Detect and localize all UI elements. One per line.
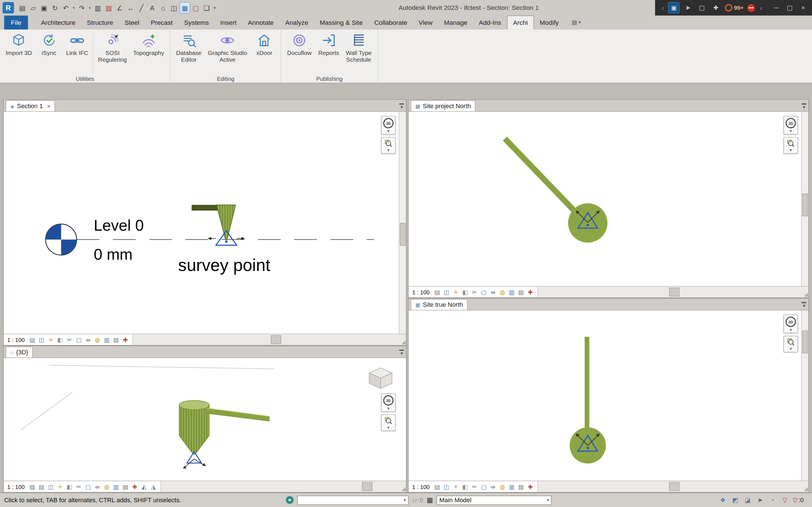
shadows-icon[interactable]: ◧ [66, 483, 73, 491]
sun-path-icon[interactable]: ☀ [47, 335, 55, 344]
status-combobox[interactable]: ▾ [297, 496, 409, 505]
horizontal-scroll-thumb[interactable] [669, 288, 679, 296]
selection-filter-icon[interactable]: ▽ [780, 496, 790, 505]
press-drag-icon[interactable]: ➤ [755, 496, 765, 505]
analysis-display-icon[interactable]: ◮ [149, 483, 157, 491]
show-crop-region-icon[interactable]: ▢ [84, 483, 92, 491]
ribbon-tab[interactable]: Architecture [35, 15, 81, 30]
vertical-scrollbar[interactable] [399, 112, 406, 334]
ribbon-tab[interactable]: Massing & Site [314, 15, 368, 30]
horizontal-scrollbar[interactable] [538, 481, 800, 492]
ribbon-tab[interactable]: Manage [439, 15, 473, 30]
tab-site-project-north[interactable]: ▦ Site project North [411, 100, 476, 111]
show-crop-region-icon[interactable]: ▢ [480, 483, 488, 491]
graphic-studio-button[interactable]: Graphic Studio Active [205, 32, 250, 64]
aligned-dimension-icon[interactable]: ↔ [125, 2, 136, 13]
temporary-hide-isolate-icon[interactable]: ∞ [94, 483, 101, 491]
steering-wheel-icon[interactable]: 2D [785, 317, 796, 327]
overlay-chevron-icon[interactable]: ‹ [759, 2, 764, 13]
tab-section-1[interactable]: ◈ Section 1 × [6, 100, 55, 111]
wheel-options-caret[interactable]: ▾ [388, 129, 389, 133]
horizontal-scroll-thumb[interactable] [669, 482, 679, 491]
survey-point-label[interactable]: survey point [178, 256, 270, 275]
ribbon-tab[interactable]: Modify [534, 15, 564, 30]
horizontal-scrollbar[interactable] [538, 287, 800, 298]
xdoor-button[interactable]: xDoor [250, 32, 278, 57]
zoom-icon[interactable] [786, 139, 795, 147]
crop-view-icon[interactable]: ✂ [66, 335, 73, 344]
visual-style-icon[interactable]: ◫ [47, 483, 55, 491]
close-hidden-windows-icon[interactable]: ▢ [191, 2, 201, 13]
reveal-constraints-icon[interactable]: ✚ [526, 288, 534, 296]
reveal-constraints-icon[interactable]: ✚ [131, 483, 139, 491]
wall-type-schedule-button[interactable]: Wall Type Schedule [343, 32, 375, 64]
file-tab[interactable]: File [4, 15, 28, 30]
vertical-scrollbar[interactable] [801, 311, 808, 481]
survey-cone-3d[interactable] [179, 400, 209, 454]
unlocked-3d-view-icon[interactable]: ◭ [140, 483, 148, 491]
ribbon-tab[interactable]: View [413, 15, 439, 30]
editing-requests-indicator[interactable]: ▱ :0 [412, 496, 423, 504]
section-icon[interactable]: ◫ [169, 2, 179, 13]
close-button[interactable]: × [797, 0, 810, 15]
worksharing-display-icon[interactable]: ▧ [121, 483, 130, 491]
restore-button[interactable]: ▢ [783, 0, 797, 15]
sync-icon[interactable]: ↻ [50, 2, 60, 13]
zoom-options-caret[interactable]: ▾ [790, 149, 792, 152]
resize-grip[interactable]: ◢ [800, 481, 808, 492]
temporary-view-properties-icon[interactable]: ▥ [508, 483, 516, 491]
reveal-constraints-icon[interactable]: ✚ [121, 335, 130, 344]
steering-wheel-icon[interactable]: 2D [383, 118, 394, 128]
reveal-hidden-elements-icon[interactable]: ◍ [94, 335, 101, 344]
view-tab-menu-caret[interactable]: ▾ [802, 103, 806, 110]
site-true-canvas[interactable]: 2D ▾ ▾ [409, 311, 808, 481]
database-editor-button[interactable]: Database Editor [173, 32, 205, 64]
ribbon-tab[interactable]: Insert [214, 15, 242, 30]
open-icon[interactable]: ▱ [28, 2, 38, 13]
ui-toggle-icon[interactable]: ▦ [180, 2, 190, 13]
steering-wheel-icon[interactable]: 2D [383, 395, 394, 406]
default-3d-view-icon[interactable]: ⌂ [158, 2, 168, 13]
zoom-icon[interactable] [384, 139, 393, 147]
worksets-status-icon[interactable]: ❖ [718, 496, 727, 505]
vertical-scrollbar[interactable] [801, 112, 808, 286]
temporary-view-properties-icon[interactable]: ▥ [508, 288, 516, 296]
sun-path-icon[interactable]: ☀ [452, 483, 460, 491]
design-options-icon[interactable]: ◩ [730, 496, 740, 505]
zoom-options-caret[interactable]: ▾ [388, 426, 389, 430]
redo-icon[interactable]: ↷ [77, 2, 87, 13]
level-elevation-label[interactable]: 0 mm [94, 245, 133, 263]
zoom-options-caret[interactable]: ▾ [388, 149, 389, 152]
ribbon-tab[interactable]: Archi [507, 15, 534, 30]
resize-grip[interactable]: ◢ [398, 481, 406, 492]
reports-button[interactable]: Reports [315, 32, 343, 57]
view-scale-button[interactable]: 1 : 100 [4, 481, 29, 492]
wheel-options-caret[interactable]: ▾ [790, 129, 792, 133]
sosi-regulering-button[interactable]: SOSI Regulering [95, 32, 130, 64]
revit-app-icon[interactable]: R [3, 2, 14, 13]
detail-level-icon[interactable]: ▤ [28, 335, 36, 344]
exclude-options-icon[interactable]: ◪ [743, 496, 752, 505]
ribbon-tab[interactable]: Analyze [280, 15, 314, 30]
view-scale-button[interactable]: 1 : 100 [409, 481, 434, 492]
temporary-hide-isolate-icon[interactable]: ∞ [489, 483, 497, 491]
overlay-collapse-chevron[interactable]: ‹ [660, 2, 665, 13]
horizontal-scroll-thumb[interactable] [271, 335, 281, 344]
worksharing-display-icon[interactable]: ▧ [517, 483, 525, 491]
show-rendering-dialog-icon[interactable]: ▨ [28, 483, 36, 491]
show-crop-region-icon[interactable]: ▢ [75, 335, 83, 344]
level-head[interactable] [46, 224, 77, 255]
detail-level-icon[interactable]: ▤ [38, 483, 45, 491]
save-icon[interactable]: ▣ [39, 2, 49, 13]
property-line[interactable] [585, 337, 590, 429]
background-processes-icon[interactable]: ◔ [768, 496, 777, 505]
switch-windows-icon[interactable]: ❏ [201, 2, 212, 13]
undo-icon[interactable]: ↶ [61, 2, 71, 13]
horizontal-scrollbar[interactable] [133, 334, 398, 345]
horizontal-scrollbar[interactable] [160, 481, 398, 492]
do-not-disturb-icon[interactable] [747, 4, 755, 12]
three-d-canvas[interactable]: 2D ▾ ▾ [4, 358, 406, 481]
undo-caret[interactable]: ▾ [71, 2, 76, 13]
property-line[interactable] [505, 138, 580, 217]
text-icon[interactable]: A [147, 2, 158, 13]
